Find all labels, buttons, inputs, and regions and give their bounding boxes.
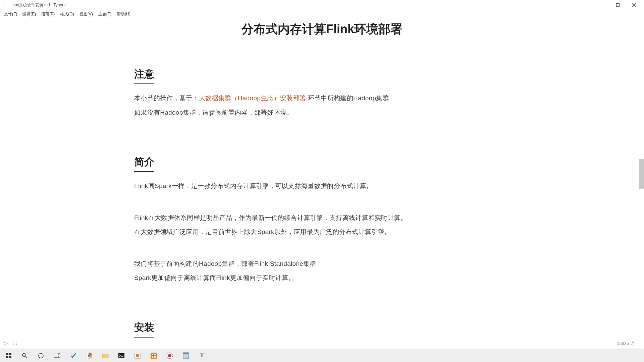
svg-rect-8 — [9, 356, 11, 358]
vm-icon — [134, 352, 141, 359]
taskbar-vmware[interactable] — [129, 349, 146, 362]
document[interactable]: 分布式内存计算Flink环境部署 注意 本小节的操作，基于：大数据集群（Hado… — [127, 20, 517, 339]
taskbar-typora[interactable]: T — [194, 349, 210, 362]
titlebar: T Linux系统软件安装.md - Typora — [0, 0, 644, 10]
svg-rect-1 — [616, 4, 620, 7]
taskbar-explorer[interactable] — [97, 349, 113, 362]
svg-rect-12 — [54, 354, 58, 357]
menu-help[interactable]: 帮助(H) — [114, 11, 133, 18]
word-count[interactable]: 15335 词 — [617, 341, 641, 347]
vertical-scrollbar[interactable] — [639, 18, 644, 339]
heading-rule — [134, 337, 154, 338]
intro-p3: 在大数据领域广泛应用，是目前世界上除去Spark以外，应用最为广泛的分布式计算引… — [134, 227, 510, 237]
menubar: 文件(F) 编辑(E) 段落(P) 格式(O) 视图(V) 主题(T) 帮助(H… — [0, 10, 644, 18]
svg-rect-22 — [152, 354, 153, 355]
svg-rect-13 — [59, 353, 60, 355]
notice-p1-post: 环节中所构建的Hadoop集群 — [306, 95, 389, 102]
intro-p4: 我们将基于前面构建的Hadoop集群，部署Flink Standalone集群 — [134, 259, 510, 269]
svg-rect-23 — [154, 354, 156, 355]
heading-rule — [134, 171, 154, 172]
heading-intro: 简介 — [134, 154, 154, 169]
close-button[interactable] — [627, 0, 641, 10]
circle-icon — [37, 352, 45, 359]
chrome-icon — [86, 352, 93, 359]
typora-icon: T — [198, 352, 206, 359]
source-mode-icon[interactable] — [13, 341, 17, 346]
svg-line-10 — [25, 356, 27, 358]
editor-area[interactable]: 分布式内存计算Flink环境部署 注意 本小节的操作，基于：大数据集群（Hado… — [0, 18, 644, 339]
menu-theme[interactable]: 主题(T) — [96, 11, 114, 18]
menu-view[interactable]: 视图(V) — [77, 11, 96, 18]
svg-point-11 — [39, 353, 43, 358]
record-icon — [166, 352, 173, 359]
taskbar-taskview[interactable] — [49, 349, 65, 362]
notice-p2: 如果没有Hadoop集群，请参阅前置内容，部署好环境。 — [134, 108, 510, 118]
minimize-button[interactable] — [594, 0, 609, 10]
notice-link[interactable]: 大数据集群（Hadoop生态）安装部署 — [199, 95, 306, 102]
taskbar-terminal[interactable] — [113, 349, 129, 362]
menu-file[interactable]: 文件(F) — [1, 11, 20, 18]
svg-rect-25 — [154, 356, 156, 358]
search-icon — [21, 352, 29, 359]
svg-rect-29 — [183, 353, 189, 354]
scrollbar-thumb[interactable] — [639, 159, 644, 189]
folder-icon — [102, 352, 109, 359]
svg-point-27 — [168, 354, 171, 357]
taskbar-record[interactable] — [162, 349, 178, 362]
check-icon — [69, 352, 77, 359]
taskview-icon — [53, 352, 61, 359]
menu-paragraph[interactable]: 段落(P) — [39, 11, 57, 18]
heading-rule — [134, 83, 154, 84]
note-icon — [182, 352, 190, 359]
svg-rect-20 — [136, 354, 139, 357]
svg-rect-7 — [6, 356, 8, 358]
terminal-icon — [118, 352, 125, 359]
menu-edit[interactable]: 编辑(E) — [20, 11, 39, 18]
svg-rect-14 — [59, 356, 60, 358]
svg-rect-21 — [151, 353, 157, 359]
app-icon: T — [3, 3, 7, 7]
svg-point-9 — [22, 353, 26, 357]
heading-install: 安装 — [134, 320, 154, 335]
svg-rect-17 — [118, 353, 124, 358]
windows-icon — [5, 352, 12, 359]
grid-icon — [150, 352, 157, 359]
svg-rect-24 — [152, 356, 153, 358]
sidebar-toggle-icon[interactable] — [3, 341, 8, 346]
taskbar: T — [0, 349, 644, 362]
window-controls — [594, 0, 641, 10]
svg-rect-6 — [9, 353, 11, 355]
notice-p1-pre: 本小节的操作，基于： — [134, 95, 199, 102]
intro-p5: Spark更加偏向于离线计算而Flink更加偏向于实时计算。 — [134, 273, 510, 283]
menu-format[interactable]: 格式(O) — [57, 11, 76, 18]
maximize-button[interactable] — [610, 0, 625, 10]
taskbar-start[interactable] — [1, 349, 17, 362]
taskbar-cortana[interactable] — [33, 349, 49, 362]
svg-rect-5 — [6, 353, 8, 355]
taskbar-todo[interactable] — [65, 349, 81, 362]
svg-point-4 — [4, 342, 7, 345]
window-title: Linux系统软件安装.md - Typora — [9, 2, 66, 8]
heading-notice: 注意 — [134, 66, 154, 81]
statusbar: 15335 词 — [0, 339, 644, 349]
intro-p1: Flink同Spark一样，是一款分布式内存计算引擎，可以支撑海量数据的分布式计… — [134, 181, 510, 191]
taskbar-search[interactable] — [17, 349, 33, 362]
doc-title: 分布式内存计算Flink环境部署 — [134, 20, 510, 38]
notice-p1: 本小节的操作，基于：大数据集群（Hadoop生态）安装部署 环节中所构建的Had… — [134, 94, 510, 103]
taskbar-notes[interactable] — [178, 349, 194, 362]
intro-p2: Flink在大数据体系同样是明星产品，作为最新一代的综合计算引擎，支持离线计算和… — [134, 213, 510, 223]
taskbar-app-orange[interactable] — [146, 349, 162, 362]
taskbar-chrome[interactable] — [81, 349, 97, 362]
